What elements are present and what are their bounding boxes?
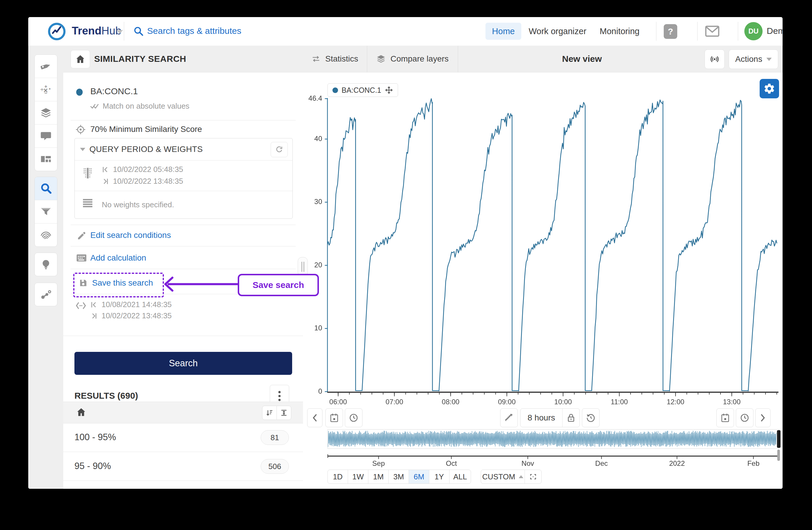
statistics-label: Statistics: [325, 54, 358, 64]
chart-header-bar: Statistics Compare layers New view Actio…: [303, 46, 783, 72]
save-search-tooltip: Save search: [238, 274, 319, 296]
query-tag-name[interactable]: BA:CONC.1: [90, 86, 138, 96]
sidebar-item-fingerprint[interactable]: [35, 223, 57, 247]
lock-duration-button[interactable]: [562, 409, 580, 427]
legend-label: BA:CONC.1: [342, 86, 381, 95]
range-end-icon: [90, 312, 97, 320]
query-card-title: QUERY PERIOD & WEIGHTS: [89, 138, 203, 160]
results-home-icon: [76, 407, 86, 417]
sidebar-item-comments[interactable]: [35, 124, 57, 148]
save-search-arrow: [161, 275, 241, 293]
save-this-search-link[interactable]: Save this search: [92, 278, 153, 288]
end-calendar-button[interactable]: [716, 408, 734, 427]
search-icon: [133, 26, 144, 37]
result-row[interactable]: 100 - 95% 81: [63, 423, 303, 452]
add-calculation-link[interactable]: Add calculation: [90, 253, 146, 263]
search-range-icon: [76, 301, 86, 310]
graph-nodes-icon: [40, 289, 52, 300]
query-period-card: QUERY PERIOD & WEIGHTS 10/02/2022 05:48:…: [74, 138, 293, 219]
edit-search-conditions-link[interactable]: Edit search conditions: [90, 231, 171, 240]
calculation-icon: [76, 253, 87, 262]
avatar[interactable]: DU: [744, 22, 763, 40]
sidebar-item-suggestions[interactable]: [35, 253, 57, 276]
chevron-right-icon: [759, 414, 766, 422]
custom-range-button[interactable]: CUSTOM: [481, 470, 525, 484]
tab-home[interactable]: Home: [485, 23, 521, 40]
chart-area: Statistics Compare layers New view Actio…: [303, 46, 783, 489]
collapse-all-button[interactable]: [277, 406, 291, 420]
results-header-row: [63, 402, 303, 423]
kebab-icon: [278, 390, 281, 402]
end-clock-button[interactable]: [736, 408, 753, 427]
range-6m-button[interactable]: 6M: [409, 470, 429, 484]
pan-right-button[interactable]: [755, 408, 770, 427]
calendar-icon: [721, 413, 730, 422]
panel-title: SIMILARITY SEARCH: [94, 46, 186, 72]
sidebar-item-tags[interactable]: [35, 55, 57, 78]
sidebar-item-dashboard[interactable]: [35, 148, 57, 171]
search-input[interactable]: Search tags & attributes: [147, 26, 241, 36]
compare-layers-label: Compare layers: [390, 54, 449, 64]
sidebar-item-filter[interactable]: [35, 200, 57, 223]
legend-chip[interactable]: BA:CONC.1: [328, 83, 398, 97]
range-1w-button[interactable]: 1W: [348, 470, 368, 484]
overview-scroll-handle[interactable]: [777, 430, 781, 448]
duration-button[interactable]: 8 hours: [520, 409, 562, 427]
sort-descending-button[interactable]: [262, 406, 277, 420]
target-icon: [75, 124, 86, 135]
tab-monitoring[interactable]: Monitoring: [599, 23, 640, 40]
sidebar-item-similarity-search[interactable]: [35, 177, 57, 200]
help-icon[interactable]: ?: [664, 24, 677, 39]
save-icon: [78, 278, 88, 288]
trendhub-logo-icon: [47, 22, 67, 41]
tab-work-organizer[interactable]: Work organizer: [528, 23, 586, 40]
range-1d-button[interactable]: 1D: [328, 470, 348, 484]
history-button[interactable]: [582, 408, 599, 427]
sidebar-item-layers[interactable]: [35, 101, 57, 124]
step-chart-icon: [504, 413, 514, 422]
tag-icon: [40, 60, 52, 72]
range-start-value: 10/08/2021 14:48:35: [102, 300, 172, 309]
interpolation-button[interactable]: [500, 408, 518, 427]
trend-chart-canvas[interactable]: [303, 72, 783, 407]
sidebar-item-calculations[interactable]: ÷+×*−: [35, 78, 57, 101]
sidebar-item-context-graph[interactable]: [35, 283, 57, 306]
range-all-button[interactable]: ALL: [449, 470, 471, 484]
actions-button[interactable]: Actions: [729, 50, 778, 69]
similarity-score-label[interactable]: 70% Minimum Similarity Score: [90, 125, 202, 134]
duration-group: 8 hours: [520, 408, 580, 427]
overview-scroll-stub[interactable]: [777, 450, 780, 461]
filter-icon: [40, 206, 52, 218]
start-calendar-button[interactable]: [325, 408, 343, 427]
rail-group-context: [34, 283, 57, 306]
statistics-icon: [311, 55, 320, 63]
statistics-button[interactable]: Statistics: [303, 46, 367, 72]
range-3m-button[interactable]: 3M: [388, 470, 409, 484]
collapse-chevron-icon[interactable]: [80, 148, 85, 151]
user-menu-label[interactable]: Demo: [767, 26, 783, 36]
results-sort-group: [262, 406, 291, 420]
result-count-badge: 506: [261, 459, 289, 474]
range-1m-button[interactable]: 1M: [368, 470, 388, 484]
chart-settings-button[interactable]: [760, 79, 779, 98]
mail-icon[interactable]: [705, 25, 720, 37]
search-button[interactable]: Search: [74, 352, 292, 375]
end-boundary-icon: [102, 178, 109, 185]
weights-icon: [82, 198, 93, 208]
result-row[interactable]: 95 - 90% 506: [63, 452, 303, 481]
view-title[interactable]: New view: [458, 46, 706, 72]
fit-view-button[interactable]: [525, 470, 541, 484]
start-clock-button[interactable]: [345, 408, 362, 427]
refresh-button[interactable]: [271, 142, 288, 157]
pan-left-button[interactable]: [307, 408, 322, 427]
brand-chevron-down-icon[interactable]: [116, 30, 123, 34]
home-icon: [75, 54, 85, 64]
actions-chevron-down-icon: [766, 58, 772, 61]
home-button[interactable]: [71, 50, 90, 68]
collapse-all-icon: [280, 409, 288, 417]
range-start-icon: [90, 301, 97, 309]
overview-chart-canvas[interactable]: [328, 429, 780, 468]
compare-layers-button[interactable]: Compare layers: [367, 46, 458, 72]
range-1y-button[interactable]: 1Y: [429, 470, 449, 484]
live-mode-button[interactable]: [705, 50, 725, 69]
